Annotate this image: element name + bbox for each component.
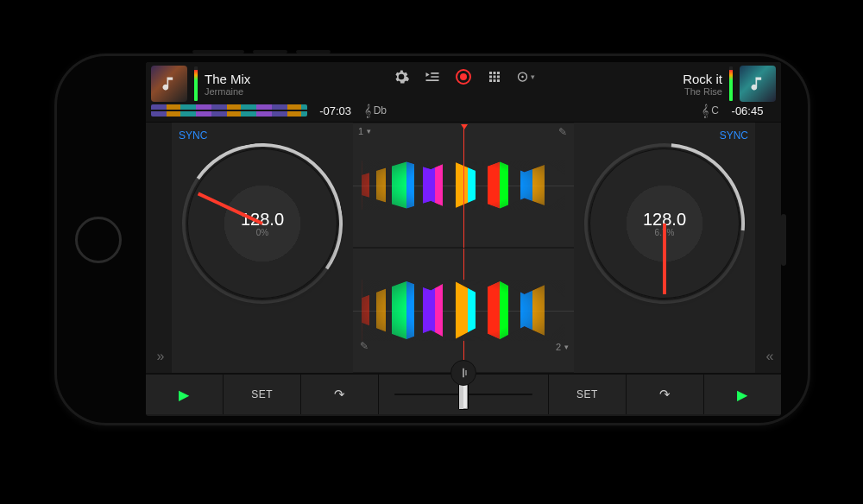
pads-button[interactable] — [485, 67, 504, 86]
jog-wheel-b[interactable]: 128.0 6.7% — [583, 142, 746, 306]
album-art-b[interactable] — [740, 66, 776, 102]
mixer-toggle-button[interactable] — [450, 360, 476, 386]
play-button-b[interactable]: ▶ — [704, 375, 781, 414]
time-remaining-b: -06:45 — [724, 104, 771, 117]
cue-jump-button-a[interactable]: ↷ — [301, 375, 379, 414]
chevron-down-icon: ▾ — [564, 343, 569, 351]
play-button-a[interactable]: ▶ — [146, 375, 224, 414]
header-deck-a: The Mix Jermaine -07:03 𝄞Db — [146, 62, 392, 122]
time-remaining-a: -07:03 — [312, 104, 359, 117]
lane-label-2: 2▾ — [556, 342, 569, 352]
jump-icon: ↷ — [334, 387, 346, 402]
waveform-display: 1▾ ✎ ✎ 2▾ — [353, 123, 574, 373]
treble-clef-icon: 𝄞 — [702, 104, 709, 118]
album-art-a[interactable] — [151, 66, 187, 102]
record-icon — [456, 69, 471, 85]
header-deck-b: Rock it The Rise -06:45 𝄞C — [535, 62, 781, 122]
vu-meter-b — [729, 66, 733, 101]
phone-home-button[interactable] — [75, 217, 122, 263]
phone-volume-down — [296, 50, 331, 54]
key-b: 𝄞C — [702, 104, 719, 118]
jog-wheel-a[interactable]: 128.0 0% — [180, 142, 344, 306]
svg-point-1 — [521, 76, 524, 79]
expand-left-button[interactable]: » — [146, 123, 172, 373]
vu-meter-a — [194, 66, 198, 101]
track-title-b: Rock it — [683, 72, 722, 86]
phone-speaker — [781, 214, 786, 266]
phone-frame: The Mix Jermaine -07:03 𝄞Db — [54, 54, 810, 425]
track-title-a: The Mix — [205, 72, 250, 86]
record-button[interactable] — [454, 67, 473, 86]
key-a: 𝄞Db — [364, 104, 387, 118]
music-note-icon — [749, 75, 766, 92]
queue-icon — [424, 68, 441, 85]
music-note-icon — [161, 75, 178, 92]
play-icon: ▶ — [737, 387, 748, 403]
phone-side-button — [192, 50, 244, 54]
jump-icon: ↷ — [659, 387, 671, 402]
edit-grid-b-button[interactable]: ✎ — [360, 340, 369, 352]
disc-icon — [516, 68, 529, 85]
mixer-icon — [457, 366, 470, 380]
waveform-lane-b[interactable] — [353, 248, 574, 373]
grid-icon — [487, 69, 502, 85]
automix-button[interactable]: ▾ — [516, 67, 535, 86]
header-toolbar: ▾ — [392, 62, 535, 122]
main-deck-area: » SYNC 128.0 0% 1▾ ✎ — [146, 123, 781, 373]
header: The Mix Jermaine -07:03 𝄞Db — [146, 62, 781, 123]
bpm-a: 128.0 — [241, 210, 284, 230]
track-artist-a: Jermaine — [205, 86, 250, 97]
cue-jump-button-b[interactable]: ↷ — [627, 375, 704, 414]
cue-set-button-a[interactable]: SET — [224, 375, 301, 414]
track-artist-b: The Rise — [683, 86, 722, 97]
deck-a: SYNC 128.0 0% — [172, 123, 353, 373]
expand-right-button[interactable]: « — [755, 123, 781, 373]
app-screen: The Mix Jermaine -07:03 𝄞Db — [146, 62, 781, 416]
treble-clef-icon: 𝄞 — [364, 104, 371, 118]
play-icon: ▶ — [179, 387, 190, 403]
pitch-a: 0% — [256, 228, 268, 237]
cue-set-button-b[interactable]: SET — [549, 375, 627, 414]
queue-button[interactable] — [423, 67, 442, 86]
gear-icon — [393, 68, 410, 85]
phone-volume-up — [253, 50, 287, 54]
overview-waveform-a[interactable] — [151, 104, 307, 117]
jog-marker-b — [663, 224, 666, 294]
deck-b: SYNC 128.0 6.7% — [574, 123, 755, 373]
settings-button[interactable] — [392, 67, 411, 86]
